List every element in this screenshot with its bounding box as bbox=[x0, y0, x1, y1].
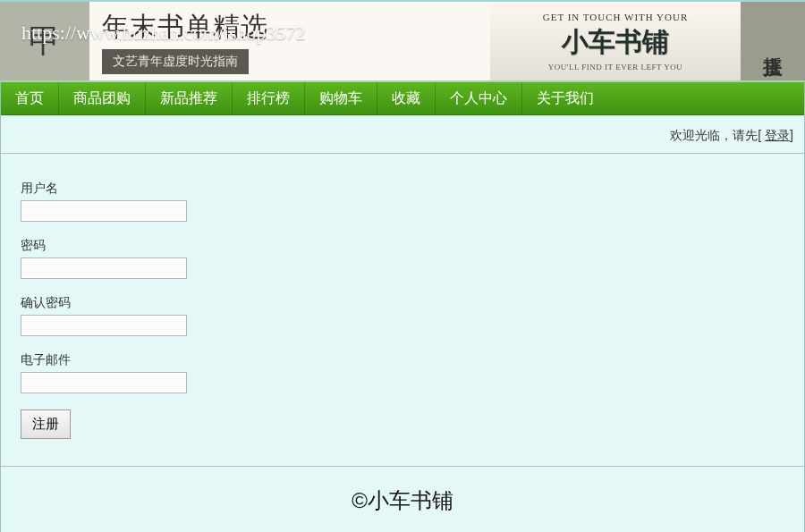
welcome-suffix: ] bbox=[790, 128, 793, 142]
username-input[interactable] bbox=[21, 200, 187, 222]
banner-left-char: 甲 bbox=[29, 20, 61, 63]
nav-cart[interactable]: 购物车 bbox=[305, 82, 377, 114]
email-input[interactable] bbox=[21, 372, 187, 393]
register-button[interactable]: 注册 bbox=[21, 410, 71, 439]
nav-ranking[interactable]: 排行榜 bbox=[233, 82, 305, 114]
login-link[interactable]: 登录 bbox=[765, 128, 790, 142]
nav-account[interactable]: 个人中心 bbox=[436, 82, 522, 114]
footer-copyright: ©小车书铺 bbox=[1, 467, 804, 532]
banner-shop-block: GET IN TOUCH WITH YOUR 小车书铺 YOU'LL FIND … bbox=[490, 2, 741, 80]
nav-group-buy[interactable]: 商品团购 bbox=[59, 82, 146, 114]
banner-right-decor: 扶摇直上 bbox=[741, 2, 805, 80]
nav-home[interactable]: 首页 bbox=[1, 82, 59, 114]
banner-eng-bottom: YOU'LL FIND IT EVER LEFT YOU bbox=[548, 63, 682, 72]
welcome-bar: 欢迎光临，请先[ 登录] bbox=[1, 115, 804, 153]
confirm-password-label: 确认密码 bbox=[21, 295, 804, 311]
confirm-password-input[interactable] bbox=[21, 315, 187, 336]
banner-left-decor: 甲 bbox=[0, 2, 89, 80]
username-label: 用户名 bbox=[21, 181, 804, 197]
banner-title: 年末书单精选 bbox=[102, 9, 478, 46]
header-banner: https://www.huzhan.com/ishop3572 甲 年末书单精… bbox=[0, 0, 805, 81]
banner-main: 年末书单精选 文艺青年虚度时光指南 bbox=[89, 2, 490, 80]
password-label: 密码 bbox=[21, 238, 804, 254]
nav-about[interactable]: 关于我们 bbox=[522, 82, 608, 114]
banner-shop-name: 小车书铺 bbox=[562, 24, 669, 61]
welcome-prefix: 欢迎光临，请先[ bbox=[670, 128, 765, 142]
register-form: 用户名 密码 确认密码 电子邮件 注册 bbox=[1, 154, 804, 467]
banner-eng-top: GET IN TOUCH WITH YOUR bbox=[543, 12, 689, 22]
main-nav: 首页 商品团购 新品推荐 排行榜 购物车 收藏 个人中心 关于我们 bbox=[1, 81, 804, 115]
nav-new[interactable]: 新品推荐 bbox=[146, 82, 233, 114]
email-label: 电子邮件 bbox=[21, 352, 804, 368]
banner-subtitle: 文艺青年虚度时光指南 bbox=[102, 49, 249, 74]
password-input[interactable] bbox=[21, 258, 187, 279]
nav-favorites[interactable]: 收藏 bbox=[377, 82, 436, 114]
